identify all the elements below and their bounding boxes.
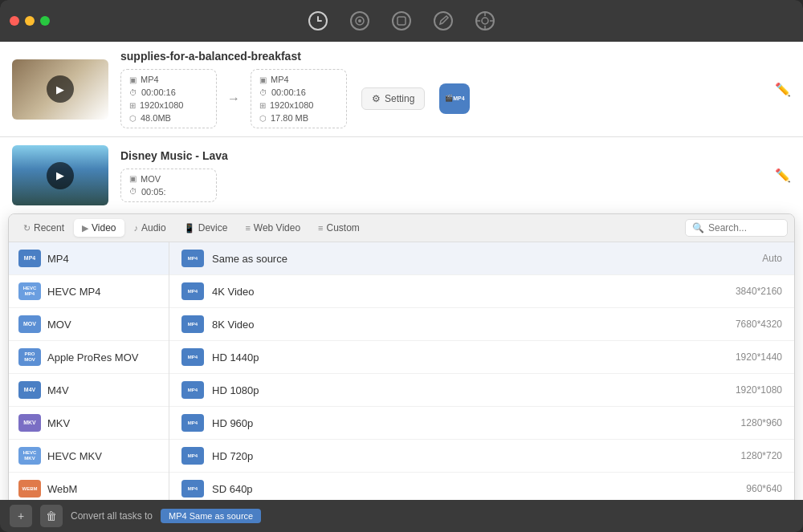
- sd640-badge: MP4: [181, 480, 204, 497]
- search-box[interactable]: 🔍: [685, 219, 788, 237]
- format-item-hevc-mkv[interactable]: HEVCMKV HEVC MKV: [9, 440, 169, 473]
- webm-icon: WEBM: [18, 480, 41, 497]
- 8k-label: 8K Video: [212, 319, 728, 331]
- same-label: Same as source: [212, 253, 754, 265]
- hd960-res: 1280*960: [741, 417, 782, 428]
- format-item-prores[interactable]: PROMOV Apple ProRes MOV: [9, 341, 169, 374]
- video-title-2: Disney Music - Lava: [120, 149, 755, 162]
- same-badge: MP4: [181, 250, 204, 267]
- format-badge-1[interactable]: 🎬 MP4: [439, 83, 470, 114]
- format-picker-panel: ↻ Recent ▶ Video ♪ Audio 📱 Device ≡ W: [8, 213, 795, 500]
- main-content: ▶ supplies-for-a-balanced-breakfast ▣ MP…: [0, 42, 803, 500]
- hd1080-badge: MP4: [181, 381, 204, 399]
- close-button[interactable]: [10, 16, 19, 26]
- audio-icon: ♪: [134, 223, 139, 233]
- play-button-2[interactable]: ▶: [47, 162, 74, 189]
- 8k-badge: MP4: [181, 315, 204, 333]
- convert-badge[interactable]: MP4 Same as source: [161, 509, 261, 523]
- quality-same[interactable]: MP4 Same as source Auto: [169, 242, 794, 275]
- maximize-button[interactable]: [40, 16, 50, 26]
- quality-hd960[interactable]: MP4 HD 960p 1280*960: [169, 407, 794, 440]
- tab-webvideo[interactable]: ≡ Web Video: [237, 219, 308, 237]
- hd960-badge: MP4: [181, 414, 204, 432]
- tab-custom-label: Custom: [327, 222, 360, 234]
- tab-recent-label: Recent: [34, 222, 64, 234]
- format-item-hevc-mp4[interactable]: HEVCMP4 HEVC MP4: [9, 275, 169, 308]
- add-button[interactable]: +: [10, 505, 32, 527]
- custom-icon: ≡: [318, 223, 323, 233]
- badge-icon: 🎬: [445, 95, 453, 103]
- format-item-mkv[interactable]: MKV MKV: [9, 407, 169, 440]
- nav-icons: [305, 8, 498, 34]
- tab-custom[interactable]: ≡ Custom: [310, 219, 368, 237]
- video-title-1: supplies-for-a-balanced-breakfast: [120, 50, 755, 63]
- hevc-mp4-label: HEVC MP4: [47, 286, 100, 298]
- tab-video-label: Video: [92, 222, 116, 234]
- hd1080-res: 1920*1080: [736, 384, 782, 396]
- mov-label: MOV: [47, 319, 71, 331]
- merge-nav-icon[interactable]: [347, 8, 373, 34]
- hd720-label: HD 720p: [212, 450, 733, 462]
- convert-label: Convert all tasks to: [71, 510, 153, 522]
- thumbnail-2[interactable]: ▶: [12, 145, 108, 205]
- hd720-badge: MP4: [181, 447, 204, 465]
- 4k-res: 3840*2160: [736, 286, 782, 297]
- bottom-bar: + 🗑 Convert all tasks to MP4 Same as sou…: [0, 500, 803, 532]
- hd1440-label: HD 1440p: [212, 351, 728, 363]
- edit-pencil-icon-1[interactable]: ✏️: [767, 82, 791, 97]
- format-item-mp4[interactable]: MP4 MP4: [9, 242, 169, 275]
- src-res-line: ⊞ 1920x1080: [129, 100, 208, 110]
- format-icon: ▣: [129, 75, 137, 84]
- hevc-mkv-label: HEVC MKV: [47, 450, 102, 462]
- 4k-badge: MP4: [181, 282, 204, 300]
- toolbox-nav-icon[interactable]: [472, 8, 498, 34]
- title-bar: [0, 0, 803, 42]
- delete-button[interactable]: 🗑: [40, 505, 63, 527]
- compress-nav-icon[interactable]: [389, 8, 414, 34]
- video-item-2-top: ▶ Disney Music - Lava ▣ MOV ⏱ 00:05:: [0, 137, 803, 213]
- quality-sd640[interactable]: MP4 SD 640p 960*640: [169, 473, 794, 500]
- svg-point-8: [482, 18, 488, 24]
- mkv-label: MKV: [47, 417, 70, 429]
- convert-nav-icon[interactable]: [305, 8, 331, 34]
- src-format-line: ▣ MP4: [129, 75, 208, 84]
- format-row-1: ▣ MP4 ⏱ 00:00:16 ⊞ 1920x1080 ⬡ 48.0MB: [120, 69, 755, 128]
- format-item-m4v[interactable]: M4V M4V: [9, 374, 169, 407]
- tab-audio-label: Audio: [141, 222, 166, 234]
- res-icon: ⊞: [129, 101, 136, 110]
- clock-icon-dst: ⏱: [259, 88, 267, 97]
- arrow-icon: →: [223, 91, 244, 106]
- mp4-label: MP4: [47, 253, 69, 265]
- svg-rect-5: [397, 17, 406, 25]
- format-item-webm[interactable]: WEBM WebM: [9, 473, 169, 500]
- dst-size-line: ⬡ 17.80 MB: [259, 113, 338, 123]
- tab-video[interactable]: ▶ Video: [74, 219, 124, 237]
- quality-hd1080[interactable]: MP4 HD 1080p 1920*1080: [169, 374, 794, 407]
- quality-hd720[interactable]: MP4 HD 720p 1280*720: [169, 440, 794, 473]
- quality-8k[interactable]: MP4 8K Video 7680*4320: [169, 308, 794, 341]
- sd640-label: SD 640p: [212, 483, 738, 495]
- svg-point-4: [393, 12, 410, 30]
- tab-recent[interactable]: ↻ Recent: [15, 219, 72, 237]
- thumbnail-1[interactable]: ▶: [12, 59, 108, 120]
- setting-button-1[interactable]: ⚙ Setting: [361, 87, 425, 110]
- format-item-mov[interactable]: MOV MOV: [9, 308, 169, 341]
- quality-4k[interactable]: MP4 4K Video 3840*2160: [169, 275, 794, 308]
- clock-icon-2: ⏱: [129, 187, 137, 196]
- tab-device[interactable]: 📱 Device: [176, 219, 236, 237]
- minimize-button[interactable]: [25, 16, 35, 26]
- tab-audio[interactable]: ♪ Audio: [126, 219, 174, 237]
- quality-list: MP4 Same as source Auto MP4 4K Video 384…: [169, 242, 794, 500]
- quality-hd1440[interactable]: MP4 HD 1440p 1920*1440: [169, 341, 794, 374]
- gear-icon: ⚙: [372, 93, 381, 104]
- edit-nav-icon[interactable]: [430, 8, 456, 34]
- play-button-1[interactable]: ▶: [47, 75, 74, 103]
- hevc-mkv-icon: HEVCMKV: [18, 447, 41, 465]
- 8k-res: 7680*4320: [736, 319, 782, 330]
- search-input[interactable]: [708, 222, 781, 234]
- 4k-label: 4K Video: [212, 286, 728, 298]
- edit-pencil-icon-2[interactable]: ✏️: [767, 168, 791, 183]
- recent-icon: ↻: [23, 223, 31, 234]
- hd720-res: 1280*720: [741, 450, 782, 461]
- src-format-1: ▣ MP4 ⏱ 00:00:16 ⊞ 1920x1080 ⬡ 48.0MB: [120, 69, 217, 128]
